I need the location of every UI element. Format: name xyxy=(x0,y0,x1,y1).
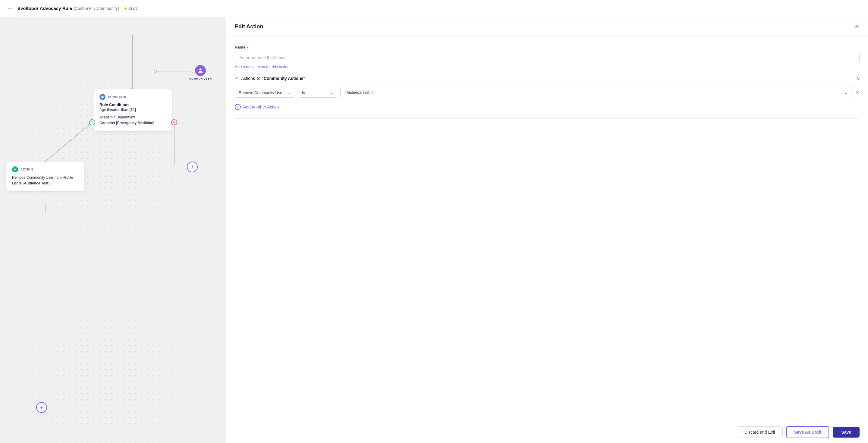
action-row: Remove Community Use... ⌄ Is ⌄ Audience … xyxy=(235,87,860,98)
page-subtitle: (Customer / Community) xyxy=(73,6,119,11)
actions-section: ✓ Actions To "Community Actions" ∧ Remov… xyxy=(235,75,860,119)
value-chevron-icon: ⌄ xyxy=(844,90,847,95)
value-field[interactable]: Audience Test × ⌄ xyxy=(340,87,851,98)
add-description-link[interactable]: Add a description for this action xyxy=(235,64,289,69)
save-button[interactable]: Save xyxy=(833,427,860,438)
status-label: Draft xyxy=(128,6,137,10)
name-label: Name • xyxy=(235,45,860,50)
page-title: Evoltobor Advocacy Rule xyxy=(18,6,72,11)
check-icon: ✓ xyxy=(235,75,239,81)
community-user-node: COMMUN USER xyxy=(189,65,212,80)
name-form-group: Name • Add a description for this action xyxy=(235,45,860,69)
add-another-action-button[interactable]: + Add another Action xyxy=(235,103,279,111)
action-icon xyxy=(12,166,18,172)
actions-title: Actions To "Community Actions" xyxy=(241,76,305,81)
add-action-icon: + xyxy=(235,104,241,110)
main-content: COMMUN USER CONDITION Rule Conditions Ag… xyxy=(0,17,868,443)
edit-header: Edit Action ✕ xyxy=(226,17,868,36)
operator-select[interactable]: Is ⌄ xyxy=(298,88,337,98)
discard-button[interactable]: Discard and Exit xyxy=(737,426,783,438)
footer: Discard and Exit Save As Draft Save xyxy=(226,421,868,443)
condition-node: CONDITION Rule Conditions Age Greater th… xyxy=(93,89,172,131)
branch-n-label: N xyxy=(171,119,177,125)
field-select[interactable]: Remove Community Use... ⌄ xyxy=(235,88,295,98)
action-body: Remove Community User from Profile List … xyxy=(12,175,79,186)
header: ← Evoltobor Advocacy Rule (Customer / Co… xyxy=(0,0,868,17)
connector-dot xyxy=(154,70,157,73)
condition-title: Rule Conditions xyxy=(99,102,166,107)
connectors-svg xyxy=(0,17,226,443)
svg-marker-7 xyxy=(101,96,104,99)
add-action-button-right[interactable]: + xyxy=(187,161,198,172)
action-type-label: ACTION xyxy=(21,168,33,171)
action-node: ACTION Remove Community User from Profil… xyxy=(6,161,84,191)
action-delete-button[interactable]: ✕ xyxy=(856,90,860,96)
collapse-button[interactable]: ∧ xyxy=(856,75,860,81)
add-another-action-label: Add another Action xyxy=(243,104,279,109)
actions-header-left: ✓ Actions To "Community Actions" xyxy=(235,75,305,81)
operator-chevron-icon: ⌄ xyxy=(330,90,333,95)
status-badge: Draft xyxy=(124,6,137,10)
name-input[interactable] xyxy=(235,52,860,63)
condition-type-label: CONDITION xyxy=(108,96,126,99)
close-button[interactable]: ✕ xyxy=(855,23,860,30)
field-chevron-icon: ⌄ xyxy=(288,90,291,95)
condition-body: Age Greater than [34] Academic Departmen… xyxy=(99,107,166,126)
edit-body: Name • Add a description for this action… xyxy=(226,36,868,421)
edit-panel: Edit Action ✕ Name • Add a description f… xyxy=(226,17,868,443)
value-tag: Audience Test × xyxy=(344,90,375,95)
back-button[interactable]: ← xyxy=(7,5,13,11)
branch-y-label: Y xyxy=(89,119,95,125)
svg-line-3 xyxy=(45,122,92,161)
save-draft-button[interactable]: Save As Draft xyxy=(786,426,830,438)
add-action-button-bottom[interactable]: + xyxy=(36,402,47,413)
status-dot xyxy=(124,7,127,10)
community-label: COMMUN USER xyxy=(189,77,212,80)
canvas-panel: COMMUN USER CONDITION Rule Conditions Ag… xyxy=(0,17,226,443)
tag-remove-button[interactable]: × xyxy=(371,90,373,95)
actions-header: ✓ Actions To "Community Actions" ∧ xyxy=(235,75,860,81)
edit-title: Edit Action xyxy=(235,24,263,30)
condition-icon xyxy=(99,94,105,100)
required-indicator: • xyxy=(247,45,248,50)
community-icon xyxy=(195,65,206,76)
